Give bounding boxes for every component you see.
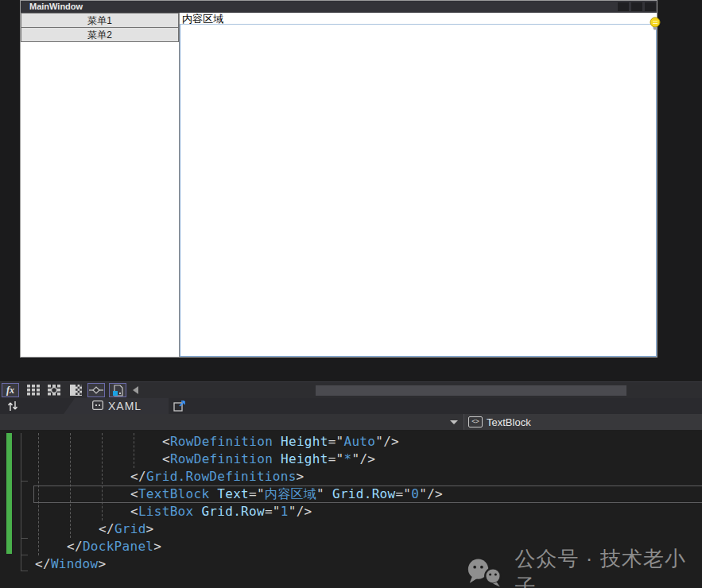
preview-textblock-label[interactable]: 内容区域 bbox=[182, 13, 223, 25]
code-token: Window bbox=[51, 556, 99, 571]
code-token: Text bbox=[217, 486, 249, 501]
code-token: 1 bbox=[281, 504, 289, 519]
toggle-artboard-background[interactable] bbox=[67, 383, 84, 397]
code-token: < bbox=[130, 486, 138, 501]
xaml-tab-label: XAML bbox=[108, 400, 142, 412]
preview-window-title: MainWindow bbox=[21, 1, 83, 13]
code-token: </ bbox=[130, 469, 146, 484]
code-token: Grid.Row bbox=[201, 504, 264, 519]
code-token bbox=[273, 434, 281, 449]
code-token: Height bbox=[281, 434, 328, 449]
code-token: =" bbox=[265, 504, 281, 519]
snap-to-grid-toggle[interactable] bbox=[45, 383, 63, 397]
tab-xaml[interactable]: XAML bbox=[64, 398, 169, 414]
code-token: < bbox=[162, 451, 170, 466]
breadcrumb-element-name: TextBlock bbox=[487, 416, 531, 428]
code-token: Grid.Row bbox=[332, 486, 395, 501]
code-token: * bbox=[344, 451, 352, 466]
lightbulb-icon[interactable] bbox=[649, 17, 661, 31]
code-token: Height bbox=[281, 451, 328, 466]
code-token: Grid.RowDefinitions bbox=[146, 469, 297, 484]
vs-xaml-designer-screen: MainWindow 菜单1 菜单2 内容区域 fx bbox=[0, 0, 702, 588]
code-token: " bbox=[375, 434, 383, 449]
code-token: </ bbox=[67, 539, 83, 554]
code-line[interactable]: <RowDefinition Height="Auto"/> bbox=[0, 433, 702, 451]
code-line[interactable]: </Grid.RowDefinitions> bbox=[0, 468, 702, 485]
code-token: /> bbox=[427, 486, 443, 501]
code-token: > bbox=[98, 556, 106, 571]
grid-icon bbox=[27, 385, 40, 396]
code-token bbox=[193, 504, 201, 519]
preview-titlebar: MainWindow bbox=[21, 1, 657, 13]
code-token: =" bbox=[328, 434, 344, 449]
maximize-button-placeholder[interactable] bbox=[631, 2, 642, 11]
code-token: < bbox=[162, 434, 170, 449]
preview-menu-listbox[interactable]: 菜单1 菜单2 bbox=[21, 13, 180, 357]
snap-to-snaplines-toggle[interactable] bbox=[87, 383, 105, 397]
element-breadcrumb[interactable]: <> TextBlock bbox=[463, 414, 702, 430]
code-line[interactable]: </Grid> bbox=[0, 520, 702, 538]
code-token: " bbox=[419, 486, 427, 501]
menu-item-2-button[interactable]: 菜单2 bbox=[21, 27, 179, 42]
code-token bbox=[273, 451, 281, 466]
watermark: 公众号 · 技术老小子 bbox=[465, 545, 702, 588]
code-token: RowDefinition bbox=[170, 451, 273, 466]
popout-editor-button[interactable] bbox=[172, 400, 188, 412]
code-token: DockPanel bbox=[83, 539, 153, 554]
code-line[interactable]: <TextBlock Text="内容区域" Grid.Row="0"/> bbox=[0, 485, 702, 503]
code-token: 0 bbox=[411, 486, 419, 501]
code-line[interactable]: <RowDefinition Height="*"/> bbox=[0, 451, 702, 468]
code-token: =" bbox=[328, 451, 344, 466]
close-button-placeholder[interactable] bbox=[645, 2, 656, 11]
code-token: 内容区域 bbox=[265, 486, 316, 501]
selection-adorner[interactable] bbox=[180, 24, 657, 357]
popout-window-icon bbox=[173, 400, 186, 412]
swap-arrows-icon bbox=[7, 400, 18, 412]
code-token: > bbox=[153, 539, 161, 554]
minimize-button-placeholder[interactable] bbox=[618, 2, 629, 11]
designer-toolbar: fx bbox=[0, 381, 702, 398]
code-token: Grid bbox=[114, 521, 146, 536]
preview-window-controls bbox=[618, 2, 657, 11]
code-token: /> bbox=[359, 451, 375, 466]
code-token: < bbox=[130, 504, 138, 519]
xaml-document-icon bbox=[92, 399, 103, 413]
code-token: =" bbox=[249, 486, 265, 501]
code-token: /> bbox=[297, 504, 312, 519]
code-token: ListBox bbox=[138, 504, 194, 519]
xaml-editor-header-bar: <> TextBlock bbox=[0, 414, 702, 430]
code-token: Auto bbox=[344, 434, 376, 449]
designer-horizontal-scrollbar-thumb[interactable] bbox=[316, 385, 626, 396]
watermark-text: 公众号 · 技术老小子 bbox=[515, 545, 702, 588]
code-token: =" bbox=[395, 486, 411, 501]
code-token: /> bbox=[383, 434, 399, 449]
code-token: </ bbox=[35, 556, 51, 571]
xml-tag-icon: <> bbox=[468, 416, 483, 427]
snap-to-gridlines-toggle[interactable] bbox=[109, 383, 126, 397]
swap-panes-button[interactable] bbox=[4, 400, 21, 412]
code-token: " bbox=[316, 486, 324, 501]
code-token: TextBlock bbox=[138, 486, 209, 501]
collapse-toolbar-button[interactable] bbox=[130, 383, 141, 397]
code-token: " bbox=[351, 451, 359, 466]
code-token: " bbox=[289, 504, 297, 519]
show-effects-toggle[interactable]: fx bbox=[2, 383, 19, 397]
show-grid-toggle[interactable] bbox=[25, 383, 42, 397]
designer-xaml-splitter-bar: XAML bbox=[0, 398, 702, 414]
code-token bbox=[209, 486, 217, 501]
code-token: > bbox=[297, 469, 304, 484]
code-token: > bbox=[146, 521, 154, 536]
left-triangle-icon bbox=[133, 386, 138, 394]
snapline-icon bbox=[89, 385, 103, 395]
code-token bbox=[324, 486, 332, 501]
snap-grid-icon bbox=[48, 385, 60, 396]
code-token: RowDefinition bbox=[170, 434, 273, 449]
menu-item-1-button[interactable]: 菜单1 bbox=[21, 13, 179, 28]
wechat-icon bbox=[465, 557, 506, 588]
code-line[interactable]: <ListBox Grid.Row="1"/> bbox=[0, 503, 702, 520]
gridline-document-icon bbox=[112, 385, 124, 397]
checkerboard-icon bbox=[70, 385, 82, 396]
fx-icon: fx bbox=[6, 385, 14, 397]
breadcrumb-dropdown-icon[interactable] bbox=[450, 420, 458, 424]
code-token: </ bbox=[99, 521, 114, 536]
